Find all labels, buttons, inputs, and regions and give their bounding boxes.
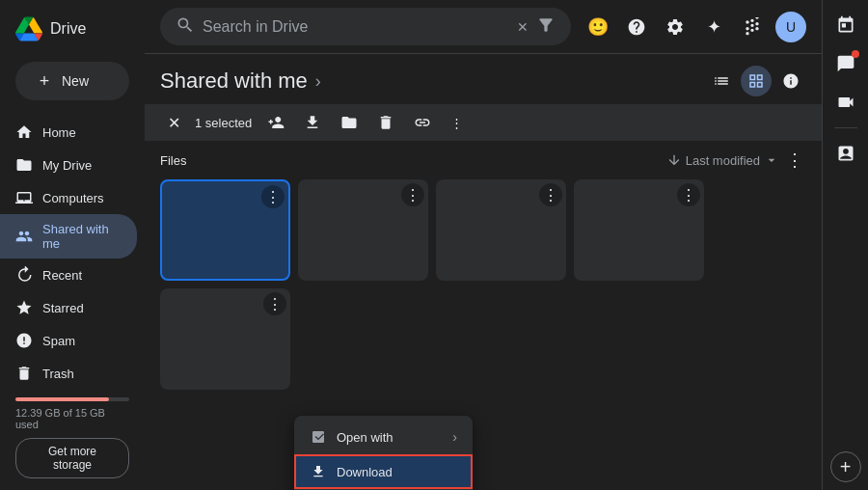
- file-card-5[interactable]: ⋮: [160, 288, 290, 390]
- file-card-menu-2[interactable]: ⋮: [401, 183, 424, 206]
- filter-icon[interactable]: [536, 15, 556, 38]
- files-area: Files Last modified ⋮ ⋮ ⋮ ⋮: [145, 141, 822, 490]
- move-toolbar-button[interactable]: [333, 108, 366, 137]
- storage-section: 12.39 GB of 15 GB used Get more storage: [0, 390, 145, 486]
- sidebar-item-starred[interactable]: Starred: [0, 291, 137, 324]
- starred-icon: [15, 299, 33, 316]
- drive-logo: Drive: [0, 8, 145, 50]
- file-card-4[interactable]: ⋮: [574, 179, 704, 281]
- last-modified-sort[interactable]: Last modified: [686, 152, 779, 168]
- clear-search-icon[interactable]: ✕: [517, 19, 529, 35]
- delete-toolbar-button[interactable]: [369, 108, 402, 137]
- selection-toolbar: ✕ 1 selected ⋮: [145, 104, 822, 141]
- more-toolbar-button[interactable]: ⋮: [443, 110, 471, 136]
- calendar-button[interactable]: [828, 8, 863, 42]
- settings-button[interactable]: [660, 12, 691, 42]
- computers-icon: [15, 189, 33, 206]
- apps-button[interactable]: [737, 12, 768, 42]
- sidebar-item-spam[interactable]: Spam: [0, 324, 137, 357]
- files-label: Files: [160, 153, 186, 168]
- search-input[interactable]: [203, 18, 509, 36]
- info-panel-button[interactable]: [775, 66, 806, 96]
- storage-bar-container: [15, 397, 129, 401]
- header-icons: 🙂 ✦ U: [583, 12, 806, 42]
- file-card-3[interactable]: ⋮: [436, 179, 566, 281]
- home-icon: [15, 123, 33, 141]
- trash-nav-icon: [15, 365, 33, 382]
- help-button[interactable]: [621, 12, 652, 42]
- get-more-storage-button[interactable]: Get more storage: [15, 438, 129, 478]
- link-toolbar-button[interactable]: [406, 108, 439, 137]
- sidebar-item-recent[interactable]: Recent: [0, 259, 137, 291]
- context-menu: Open with › Download Rename Ctrl+Alt+E: [294, 416, 473, 490]
- my-drive-icon: [15, 156, 33, 174]
- open-with-arrow-icon: ›: [452, 429, 457, 445]
- right-panel: +: [822, 0, 868, 490]
- sidebar-item-shared-with-me[interactable]: Shared with me: [0, 214, 137, 259]
- tasks-button[interactable]: [828, 136, 863, 171]
- file-card-2[interactable]: ⋮: [298, 179, 428, 281]
- open-with-icon: [310, 428, 327, 446]
- sort-button[interactable]: [666, 152, 682, 168]
- search-icon: [176, 15, 195, 38]
- add-panel-button[interactable]: +: [830, 451, 861, 482]
- user-avatar[interactable]: U: [775, 12, 806, 42]
- page-header: Shared with me ›: [145, 54, 822, 104]
- new-button[interactable]: + New: [15, 62, 129, 100]
- sidebar: Drive + New Home My Drive Computers Shar…: [0, 0, 145, 490]
- download-icon: [310, 463, 327, 480]
- selected-count: 1 selected: [195, 116, 252, 130]
- file-card-menu-1[interactable]: ⋮: [261, 185, 285, 208]
- file-card-1[interactable]: ⋮: [160, 179, 290, 281]
- files-more-button[interactable]: ⋮: [783, 149, 806, 172]
- search-bar[interactable]: ✕: [160, 8, 571, 45]
- clear-selection-button[interactable]: ✕: [160, 109, 187, 136]
- add-user-toolbar-button[interactable]: [259, 108, 292, 137]
- context-menu-open-with[interactable]: Open with ›: [294, 420, 473, 454]
- files-grid: ⋮ ⋮ ⋮ ⋮ ⋮: [160, 179, 806, 390]
- page-title-row: Shared with me ›: [160, 68, 321, 94]
- storage-text: 12.39 GB of 15 GB used: [15, 407, 129, 430]
- top-bar: ✕ 🙂 ✦ U: [145, 0, 822, 54]
- logo-text: Drive: [50, 20, 86, 38]
- download-toolbar-button[interactable]: [296, 108, 329, 137]
- meet-button[interactable]: [828, 85, 863, 120]
- sidebar-item-home[interactable]: Home: [0, 116, 137, 149]
- sort-section: Last modified ⋮: [666, 149, 806, 172]
- file-card-menu-4[interactable]: ⋮: [677, 183, 700, 206]
- grid-view-button[interactable]: [741, 66, 772, 96]
- spam-icon: [15, 332, 33, 349]
- list-view-button[interactable]: [706, 66, 737, 96]
- chat-button[interactable]: [828, 46, 863, 81]
- sidebar-item-my-drive[interactable]: My Drive: [0, 149, 137, 181]
- right-panel-divider: [834, 127, 857, 128]
- file-card-menu-5[interactable]: ⋮: [263, 292, 286, 315]
- files-header: Files Last modified ⋮: [160, 149, 806, 172]
- recent-icon: [15, 266, 33, 284]
- breadcrumb-chevron-icon[interactable]: ›: [315, 71, 321, 92]
- page-title: Shared with me: [160, 68, 308, 94]
- main-content: ✕ 🙂 ✦ U Shared with me ›: [145, 0, 822, 490]
- emoji-button[interactable]: 🙂: [583, 12, 613, 42]
- plus-icon: +: [35, 71, 54, 91]
- star-button[interactable]: ✦: [698, 12, 729, 42]
- sidebar-item-computers[interactable]: Computers: [0, 181, 137, 214]
- context-menu-download[interactable]: Download: [294, 454, 473, 489]
- storage-bar: [15, 397, 109, 401]
- shared-icon: [15, 228, 33, 245]
- file-card-menu-3[interactable]: ⋮: [539, 183, 562, 206]
- sidebar-item-trash[interactable]: Trash: [0, 357, 137, 390]
- view-toggles: [706, 66, 806, 96]
